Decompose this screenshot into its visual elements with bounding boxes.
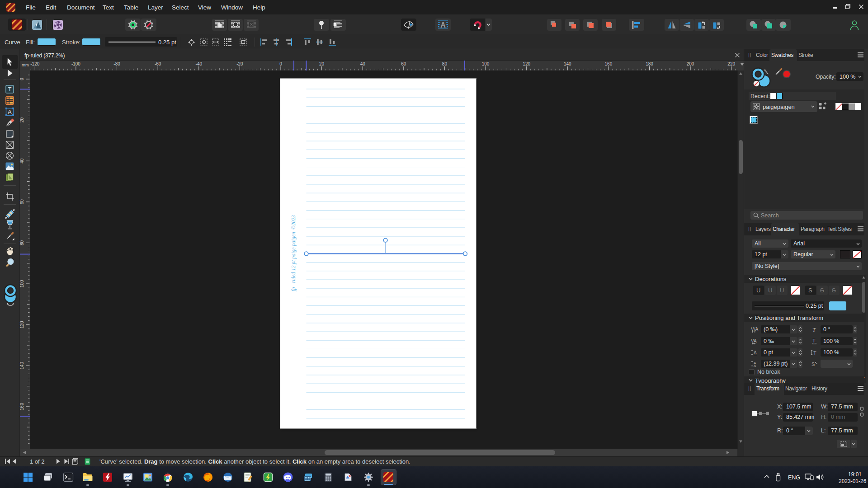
svg-text:T: T — [812, 326, 816, 333]
svg-text:60: 60 — [19, 199, 24, 205]
svg-text:180: 180 — [646, 61, 653, 66]
svg-text:160: 160 — [19, 403, 24, 410]
svg-text:A: A — [8, 109, 12, 115]
svg-text:40: 40 — [19, 158, 24, 164]
svg-text:-20: -20 — [236, 61, 243, 66]
svg-text:A: A — [440, 21, 446, 29]
svg-text:40: 40 — [360, 61, 366, 66]
svg-text:T: T — [812, 338, 816, 343]
svg-text:100: 100 — [19, 280, 24, 287]
svg-text:0: 0 — [19, 78, 24, 80]
svg-text:80: 80 — [442, 61, 448, 66]
svg-text:60: 60 — [401, 61, 406, 66]
svg-text:-80: -80 — [113, 61, 120, 66]
svg-text:20: 20 — [19, 117, 24, 123]
svg-text:-60: -60 — [155, 61, 161, 66]
svg-text:140: 140 — [564, 61, 571, 66]
svg-text:100: 100 — [482, 61, 490, 66]
svg-text:T: T — [8, 86, 12, 93]
svg-text:A: A — [754, 364, 756, 368]
svg-text:140: 140 — [19, 362, 24, 370]
svg-text:-120: -120 — [30, 61, 39, 66]
svg-text:160: 160 — [605, 61, 613, 66]
svg-text:220: 220 — [727, 61, 735, 66]
svg-text:T: T — [813, 350, 816, 356]
svg-text:S: S — [811, 361, 815, 367]
svg-text:-40: -40 — [196, 61, 203, 66]
svg-text:80: 80 — [19, 240, 24, 245]
svg-text:120: 120 — [19, 321, 24, 328]
svg-text:200: 200 — [687, 61, 694, 66]
svg-text:mm: mm — [22, 62, 29, 67]
svg-text:V/A: V/A — [751, 327, 758, 332]
svg-text:120: 120 — [523, 61, 530, 66]
svg-text:20: 20 — [319, 61, 325, 66]
svg-text:0: 0 — [279, 61, 282, 66]
svg-text:VA: VA — [751, 338, 757, 343]
svg-text:A: A — [754, 350, 757, 355]
svg-text:-100: -100 — [71, 61, 80, 66]
